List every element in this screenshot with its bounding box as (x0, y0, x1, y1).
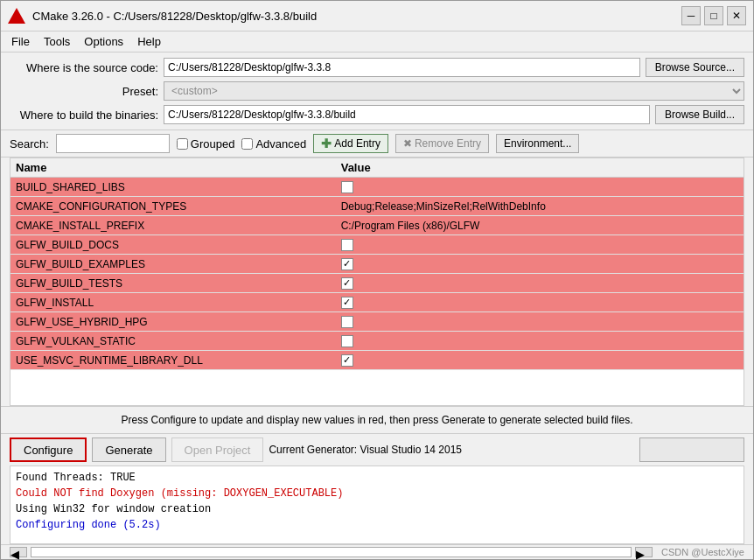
add-entry-button[interactable]: ✚ Add Entry (313, 134, 388, 153)
entry-checkbox[interactable] (341, 258, 353, 270)
minimize-button[interactable]: ─ (681, 6, 701, 25)
build-input[interactable] (164, 105, 650, 124)
menu-options[interactable]: Options (77, 33, 130, 50)
advanced-checkbox-label[interactable]: Advanced (241, 137, 306, 150)
remove-entry-label: Remove Entry (415, 137, 481, 150)
open-project-button: Open Project (171, 438, 264, 462)
entry-name: GLFW_BUILD_DOCS (16, 239, 341, 251)
entry-checkbox[interactable] (341, 316, 353, 328)
source-input[interactable] (164, 58, 640, 77)
entry-name: USE_MSVC_RUNTIME_LIBRARY_DLL (16, 354, 341, 367)
generator-text: Current Generator: Visual Studio 14 2015 (269, 444, 462, 456)
extra-control (639, 438, 744, 462)
title-bar-left: CMake 3.26.0 - C:/Users/81228/Desktop/gl… (8, 8, 317, 24)
preset-row: Preset: <custom> (10, 81, 744, 101)
entry-value (341, 316, 738, 328)
name-column-header: Name (16, 161, 341, 174)
browse-build-button[interactable]: Browse Build... (655, 105, 744, 124)
entry-checkbox[interactable] (341, 354, 353, 367)
entry-name: GLFW_VULKAN_STATIC (16, 335, 341, 347)
table-row[interactable]: BUILD_SHARED_LIBS (10, 178, 744, 197)
add-entry-label: Add Entry (334, 137, 380, 150)
status-area: Press Configure to update and display ne… (1, 406, 753, 433)
preset-select[interactable]: <custom> (164, 81, 744, 101)
entry-checkbox[interactable] (341, 277, 353, 290)
table-row[interactable]: GLFW_INSTALL (10, 293, 744, 312)
menu-help[interactable]: Help (130, 33, 168, 50)
search-label: Search: (10, 137, 49, 150)
table-row[interactable]: CMAKE_CONFIGURATION_TYPESDebug;Release;M… (10, 197, 744, 216)
entry-name: GLFW_BUILD_TESTS (16, 277, 341, 290)
source-label: Where is the source code: (10, 61, 158, 74)
grouped-checkbox-label[interactable]: Grouped (177, 137, 235, 150)
title-bar: CMake 3.26.0 - C:/Users/81228/Desktop/gl… (1, 1, 753, 32)
generate-button[interactable]: Generate (92, 438, 165, 462)
entry-value (341, 354, 738, 367)
table-row[interactable]: CMAKE_INSTALL_PREFIXC:/Program Files (x8… (10, 216, 744, 235)
entry-checkbox[interactable] (341, 297, 353, 309)
log-line: Found Threads: TRUE (16, 470, 738, 486)
entry-value: C:/Program Files (x86)/GLFW (341, 220, 738, 232)
entry-name: GLFW_BUILD_EXAMPLES (16, 258, 341, 270)
main-window: CMake 3.26.0 - C:/Users/81228/Desktop/gl… (0, 0, 754, 560)
table-row[interactable]: GLFW_VULKAN_STATIC (10, 332, 744, 351)
search-input[interactable] (56, 134, 170, 153)
entry-value (341, 335, 738, 347)
entries-table: Name Value BUILD_SHARED_LIBSCMAKE_CONFIG… (10, 158, 744, 406)
source-row: Where is the source code: Browse Source.… (10, 58, 744, 77)
configure-button[interactable]: Configure (10, 438, 87, 462)
log-line: Configuring done (5.2s) (16, 517, 738, 533)
window-title: CMake 3.26.0 - C:/Users/81228/Desktop/gl… (32, 10, 317, 23)
horizontal-scrollbar[interactable] (31, 547, 632, 557)
preset-label: Preset: (10, 85, 158, 98)
maximize-button[interactable]: □ (704, 6, 723, 25)
entry-name: GLFW_USE_HYBRID_HPG (16, 316, 341, 328)
bottom-bar: ◀ ▶ CSDN @UestcXiye (1, 544, 753, 559)
watermark: CSDN @UestcXiye (661, 547, 744, 557)
table-rows-container: BUILD_SHARED_LIBSCMAKE_CONFIGURATION_TYP… (10, 178, 744, 370)
close-button[interactable]: ✕ (727, 6, 746, 25)
entry-name: BUILD_SHARED_LIBS (16, 181, 341, 193)
advanced-checkbox[interactable] (241, 138, 253, 150)
table-row[interactable]: USE_MSVC_RUNTIME_LIBRARY_DLL (10, 351, 744, 370)
entry-name: CMAKE_INSTALL_PREFIX (16, 220, 341, 232)
title-bar-controls: ─ □ ✕ (681, 6, 746, 25)
entry-checkbox[interactable] (341, 181, 353, 193)
entry-value (341, 297, 738, 309)
build-row: Where to build the binaries: Browse Buil… (10, 105, 744, 124)
entry-name: CMAKE_CONFIGURATION_TYPES (16, 200, 341, 213)
entry-checkbox[interactable] (341, 239, 353, 251)
table-row[interactable]: GLFW_BUILD_DOCS (10, 235, 744, 255)
table-row[interactable]: GLFW_USE_HYBRID_HPG (10, 312, 744, 332)
table-header: Name Value (10, 158, 744, 178)
x-icon: ✖ (403, 137, 412, 150)
log-line: Could NOT find Doxygen (missing: DOXYGEN… (16, 486, 738, 501)
entry-value (341, 181, 738, 193)
entry-value (341, 277, 738, 290)
search-row: Search: Grouped Advanced ✚ Add Entry ✖ R… (1, 130, 753, 158)
log-line: Using Win32 for window creation (16, 501, 738, 517)
entry-value (341, 258, 738, 270)
action-row: Configure Generate Open Project Current … (1, 433, 753, 466)
value-column-header: Value (341, 161, 738, 174)
advanced-label: Advanced (255, 137, 306, 150)
entry-checkbox[interactable] (341, 335, 353, 347)
build-label: Where to build the binaries: (10, 108, 158, 122)
plus-icon: ✚ (321, 136, 332, 150)
grouped-checkbox[interactable] (177, 138, 188, 150)
table-row[interactable]: GLFW_BUILD_TESTS (10, 274, 744, 293)
grouped-label: Grouped (191, 137, 235, 150)
scroll-left-button[interactable]: ◀ (10, 547, 27, 557)
toolbar: Where is the source code: Browse Source.… (1, 52, 753, 130)
remove-entry-button[interactable]: ✖ Remove Entry (395, 134, 489, 153)
environment-button[interactable]: Environment... (496, 134, 579, 153)
log-lines-container: Found Threads: TRUECould NOT find Doxyge… (16, 470, 738, 533)
menu-file[interactable]: File (4, 33, 37, 50)
browse-source-button[interactable]: Browse Source... (646, 58, 744, 77)
menu-tools[interactable]: Tools (37, 33, 77, 50)
log-area: Found Threads: TRUECould NOT find Doxyge… (10, 466, 744, 544)
table-row[interactable]: GLFW_BUILD_EXAMPLES (10, 255, 744, 274)
scroll-right-button[interactable]: ▶ (635, 547, 653, 557)
entry-value (341, 239, 738, 251)
menu-bar: File Tools Options Help (1, 32, 753, 52)
